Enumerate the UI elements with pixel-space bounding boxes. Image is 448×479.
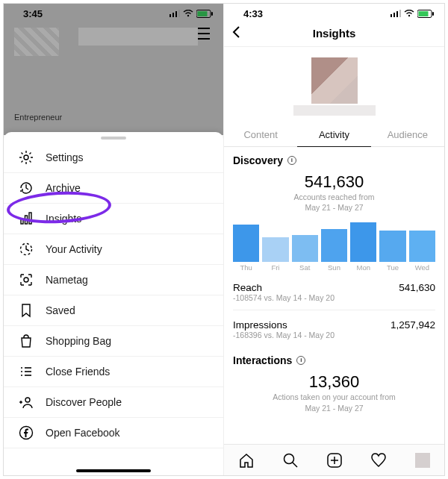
svg-point-19 <box>21 375 22 376</box>
chart-bar-thu[interactable] <box>233 225 259 262</box>
svg-line-36 <box>293 463 297 467</box>
account-name-blurred <box>293 105 376 116</box>
clock-history-icon <box>19 181 34 195</box>
chart-bar-wed[interactable] <box>409 231 435 263</box>
svg-rect-30 <box>399 10 401 17</box>
menu-item-insights[interactable]: Insights <box>4 204 223 234</box>
interactions-title: Interactions <box>233 354 292 366</box>
back-button[interactable] <box>231 25 240 42</box>
svg-rect-6 <box>198 11 208 16</box>
discovery-title: Discovery <box>233 154 283 166</box>
clock-partial-icon <box>19 242 34 257</box>
menu-item-settings[interactable]: Settings <box>4 143 223 173</box>
chart-bar-tue[interactable] <box>379 231 405 263</box>
status-time: 3:45 <box>23 8 43 19</box>
chart-label: Thu <box>233 263 259 272</box>
nametag-icon <box>19 272 34 287</box>
status-time: 4:33 <box>243 8 263 19</box>
tab-activity[interactable]: Activity <box>297 123 370 147</box>
nav-profile[interactable] <box>414 452 431 469</box>
svg-rect-7 <box>211 12 213 16</box>
home-icon <box>238 452 255 469</box>
signal-icon <box>169 10 180 17</box>
nav-search[interactable] <box>282 452 299 469</box>
wifi-icon <box>183 10 193 17</box>
svg-rect-3 <box>178 10 180 17</box>
chart-label: Mon <box>350 263 376 272</box>
shopping-bag-icon <box>19 334 34 348</box>
status-bar-left: 3:45 <box>4 4 223 20</box>
tab-audience[interactable]: Audience <box>371 123 444 147</box>
menu-item-discover-people[interactable]: Discover People <box>4 387 223 418</box>
gear-icon <box>19 150 34 165</box>
menu-item-close-friends[interactable]: Close Friends <box>4 357 223 387</box>
facebook-icon <box>19 425 34 440</box>
chart-label: Tue <box>379 263 405 272</box>
chevron-left-icon <box>231 25 240 39</box>
profile-name-blurred <box>78 28 198 46</box>
svg-point-18 <box>21 371 22 372</box>
info-icon[interactable]: i <box>296 356 305 365</box>
svg-rect-12 <box>21 219 23 224</box>
interactions-total: 13,360 <box>224 372 444 392</box>
home-indicator[interactable] <box>76 469 151 472</box>
profile-menu-screen: 3:45 Entrepreneur SettingsArchiveInsight… <box>4 4 224 475</box>
impressions-row[interactable]: Impressions 1,257,942 <box>224 313 444 331</box>
svg-point-11 <box>24 155 28 160</box>
profile-background: 3:45 Entrepreneur <box>4 4 223 135</box>
battery-icon <box>417 10 434 18</box>
impressions-label: Impressions <box>233 319 287 331</box>
insights-tabs: Content Activity Audience <box>224 123 444 147</box>
menu-item-label: Open Facebook <box>46 427 120 439</box>
svg-rect-14 <box>29 213 31 224</box>
menu-item-archive[interactable]: Archive <box>4 173 223 204</box>
sheet-grabber[interactable] <box>101 137 126 140</box>
chart-bar-sun[interactable] <box>321 229 347 263</box>
nav-home[interactable] <box>238 452 255 469</box>
menu-item-label: Saved <box>46 304 75 316</box>
chart-bar-mon[interactable] <box>350 222 376 262</box>
insights-screen: 4:33 Insights Content Activity Audience … <box>224 4 444 475</box>
menu-item-label: Your Activity <box>46 243 102 255</box>
interactions-subtitle: Actions taken on your account fromMay 21… <box>224 392 444 413</box>
svg-point-23 <box>25 398 30 402</box>
discovery-subtitle: Accounts reached fromMay 21 - May 27 <box>224 192 444 213</box>
menu-item-saved[interactable]: Saved <box>4 295 223 326</box>
svg-rect-34 <box>432 12 434 16</box>
nav-activity[interactable] <box>370 452 387 469</box>
menu-item-nametag[interactable]: Nametag <box>4 265 223 295</box>
battery-icon <box>196 10 213 18</box>
chart-bar-fri[interactable] <box>262 237 288 263</box>
bar-chart-icon <box>19 211 34 226</box>
options-sheet: SettingsArchiveInsightsYour ActivityName… <box>4 132 223 475</box>
menu-item-label: Settings <box>46 151 84 163</box>
chart-bar-sat[interactable] <box>292 235 318 262</box>
info-icon[interactable]: i <box>287 156 296 165</box>
menu-item-your-activity[interactable]: Your Activity <box>4 234 223 265</box>
menu-item-open-facebook[interactable]: Open Facebook <box>4 418 223 448</box>
svg-rect-33 <box>419 11 429 16</box>
impressions-value: 1,257,942 <box>391 319 435 331</box>
menu-item-label: Discover People <box>46 396 122 408</box>
menu-item-shopping-bag[interactable]: Shopping Bag <box>4 326 223 357</box>
nav-add[interactable] <box>326 452 343 469</box>
svg-rect-2 <box>175 11 177 17</box>
svg-point-4 <box>187 15 189 16</box>
discovery-header: Discovery i <box>224 147 444 169</box>
svg-rect-28 <box>393 13 395 17</box>
tab-content[interactable]: Content <box>224 123 297 147</box>
chart-label: Sun <box>321 263 347 272</box>
profile-picture-blurred <box>14 28 59 56</box>
svg-point-31 <box>408 15 410 16</box>
menu-item-label: Shopping Bag <box>46 335 111 347</box>
account-avatar-blurred <box>311 57 358 104</box>
bio-category: Entrepreneur <box>14 113 62 122</box>
reach-label: Reach <box>233 282 262 293</box>
chart-day-labels: ThuFriSatSunMonTueWed <box>224 263 444 276</box>
chart-label: Wed <box>409 263 435 272</box>
status-bar-right: 4:33 <box>224 4 444 20</box>
page-title: Insights <box>240 27 428 40</box>
svg-rect-1 <box>172 13 174 17</box>
status-icons <box>391 10 434 18</box>
reach-row[interactable]: Reach 541,630 <box>224 276 444 293</box>
